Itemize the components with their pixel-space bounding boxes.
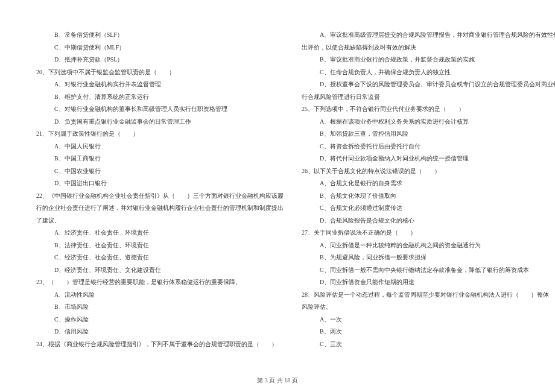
q24-option-c: C、任命合规负责人，并确保合规负责人的独立性 xyxy=(302,66,555,79)
q20-option-c: C、对银行业金融机构的董事长和高级管理人员实行任职资格管理 xyxy=(36,103,284,116)
q26-stem: 26、以下关于合规文化的特点说法错误的是（ ） xyxy=(302,165,555,178)
q24-option-d-line2: 行合规风险管理进行日常监督 xyxy=(302,91,555,104)
q26-option-a: A、合规文化是银行的自身需求 xyxy=(302,177,555,190)
q23-option-a: A、流动性风险 xyxy=(36,289,284,302)
q22-option-c: C、经济责任、社会责任、道德责任 xyxy=(36,251,284,264)
q25-stem: 25、下列选项中，不符合银行同业代付业务要求的是（ ） xyxy=(302,103,555,116)
q22-option-a: A、经济责任、社会责任、环境责任 xyxy=(36,227,284,239)
q21-option-b: B、中国工商银行 xyxy=(36,153,284,165)
q27-stem: 27、关于同业拆借说法不正确的是（ ） xyxy=(302,227,555,239)
q28-stem-line2: 风险评估。 xyxy=(302,301,555,314)
q20-option-a: A、对银行业金融机构实行并表监督管理 xyxy=(36,78,284,91)
q22-stem-line1: 22、《中国银行业金融机构企业社会责任指引》从（ ）三个方面对银行业金融机构应该… xyxy=(36,190,284,203)
q19-option-c: C、中期借贷便利（MLF） xyxy=(36,42,284,54)
page-content: B、常备借贷便利（SLF） C、中期借贷便利（MLF） D、抵押补充贷款（PSL… xyxy=(36,29,519,367)
q23-option-b: B、市场风险 xyxy=(36,301,284,314)
page-footer: 第 3 页 共 18 页 xyxy=(0,376,555,385)
right-column: A、审议批准高级管理层提交的合规风险管理报告，并对商业银行管理合规风险的有效性作… xyxy=(302,29,555,367)
q21-option-d: D、中国进出口银行 xyxy=(36,177,284,190)
q20-stem: 20、下列选项中不属于银监会监管职责的是（ ） xyxy=(36,66,284,79)
q20-option-b: B、维护支付、清算系统的正常运行 xyxy=(36,91,284,104)
left-column: B、常备借贷便利（SLF） C、中期借贷便利（MLF） D、抵押补充贷款（PSL… xyxy=(36,29,284,367)
q26-option-c: C、合规文化必须通过制度传达 xyxy=(302,202,555,215)
q22-option-b: B、法律责任、社会责任、环境责任 xyxy=(36,239,284,252)
q21-stem: 21、下列属于政策性银行的是（ ） xyxy=(36,128,284,141)
q24-stem: 24、根据《商业银行合规风险管理指引》，下列不属于董事会的合规管理职责的是（ ） xyxy=(36,338,284,351)
q23-stem: 23、（ ）管理是银行经营的重要职能，是银行体系稳健运行的重要保障。 xyxy=(36,276,284,289)
q21-option-a: A、中国人民银行 xyxy=(36,141,284,153)
q25-option-a: A、根据在该项业务中权利义务关系的实质进行会计核算 xyxy=(302,116,555,128)
q24-option-a-line1: A、审议批准高级管理层提交的合规风险管理报告，并对商业银行管理合规风险的有效性作 xyxy=(302,29,555,42)
q19-option-b: B、常备借贷便利（SLF） xyxy=(36,29,284,42)
q25-option-c: C、将资金拆给委托行后由委托行自付 xyxy=(302,141,555,153)
q25-option-d: D、将代付同业款项全额纳入对同业机构的统一授信管理 xyxy=(302,153,555,165)
q27-option-a: A、同业拆借是一种比较纯粹的金融机构之间的资金融通行为 xyxy=(302,239,555,252)
q28-stem-line1: 28、风险评估是一个动态过程，每个监管周期至少要对银行业金融机构法人进行（ ）整… xyxy=(302,289,555,302)
q21-option-c: C、中国农业银行 xyxy=(36,165,284,178)
q28-option-c: C、三次 xyxy=(302,338,555,351)
q26-option-b: B、合规文化体现了价值取向 xyxy=(302,190,555,203)
q28-option-a: A、一次 xyxy=(302,314,555,326)
q24-option-b: B、审议批准商业银行的合规政策，并监督合规政策的实施 xyxy=(302,54,555,66)
q20-option-d: D、负责国有重点银行业金融监事会的日常管理工作 xyxy=(36,116,284,128)
q22-option-d: D、经济责任、环境责任、文化建设责任 xyxy=(36,264,284,277)
q22-stem-line3: 了建议。 xyxy=(36,215,284,227)
q27-option-c: C、同业拆借一般不需向中央银行缴纳法定存款准备金，降低了银行的筹资成本 xyxy=(302,264,555,277)
q23-option-c: C、操作风险 xyxy=(36,314,284,326)
q27-option-b: B、为规避风险，同业拆借一般要求担保 xyxy=(302,251,555,264)
q23-option-d: D、信用风险 xyxy=(36,326,284,338)
q24-option-a-line2: 出评价，以使合规缺陷得到及时有效的解决 xyxy=(302,42,555,54)
q27-option-d: D、同业拆借资金只能作短期的用途 xyxy=(302,276,555,289)
q24-option-d-line1: D、授权董事会下设的风险管理委员会、审计委员会或专门设立的合规管理委员会对商业银 xyxy=(302,78,555,91)
q22-stem-line2: 行的企业社会责任进行了阐述，并对银行业金融机构履行企业社会责任的管理机制和制度提… xyxy=(36,202,284,215)
q26-option-d: D、合规风险报告是合规文化的核心 xyxy=(302,215,555,227)
q28-option-b: B、两次 xyxy=(302,326,555,338)
q25-option-b: B、加强贷款三查，管控信用风险 xyxy=(302,128,555,141)
q19-option-d: D、抵押补充贷款（PSL） xyxy=(36,54,284,66)
